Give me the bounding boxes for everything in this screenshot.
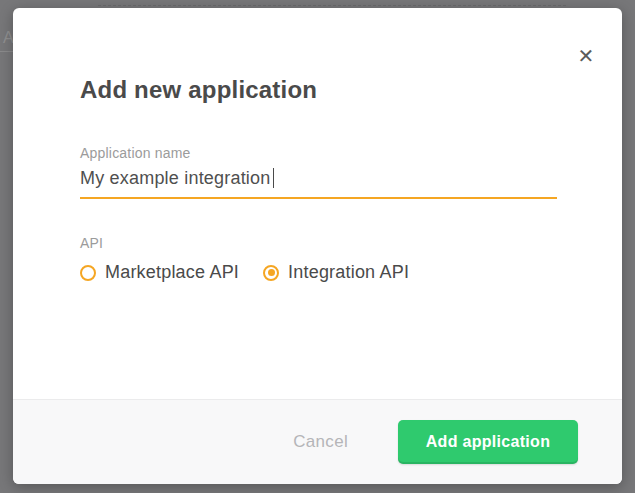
radio-icon bbox=[80, 265, 96, 281]
text-cursor bbox=[273, 168, 275, 188]
radio-label: Integration API bbox=[288, 262, 409, 283]
application-name-value: My example integration bbox=[80, 168, 271, 188]
radio-integration-api[interactable]: Integration API bbox=[263, 262, 409, 283]
dialog-footer: Cancel Add application bbox=[13, 399, 622, 484]
radio-marketplace-api[interactable]: Marketplace API bbox=[80, 262, 239, 283]
radio-label: Marketplace API bbox=[105, 262, 239, 283]
application-name-label: Application name bbox=[80, 145, 557, 161]
application-name-field: Application name My example integration bbox=[80, 145, 557, 199]
background-page-divider bbox=[98, 5, 566, 6]
application-name-input[interactable]: My example integration bbox=[80, 168, 557, 199]
cancel-button[interactable]: Cancel bbox=[285, 426, 356, 458]
api-group-label: API bbox=[80, 235, 409, 251]
radio-icon bbox=[263, 265, 279, 281]
api-radio-row: Marketplace API Integration API bbox=[80, 262, 409, 283]
dialog-title: Add new application bbox=[80, 76, 317, 104]
add-application-button[interactable]: Add application bbox=[398, 420, 578, 464]
add-application-dialog: ✕ Add new application Application name M… bbox=[13, 8, 622, 484]
api-radio-group: API Marketplace API Integration API bbox=[80, 235, 409, 283]
close-icon: ✕ bbox=[578, 44, 595, 68]
screen: A ✕ Add new application Application name… bbox=[0, 0, 635, 493]
background-page-rule bbox=[0, 51, 13, 52]
close-button[interactable]: ✕ bbox=[572, 42, 600, 70]
